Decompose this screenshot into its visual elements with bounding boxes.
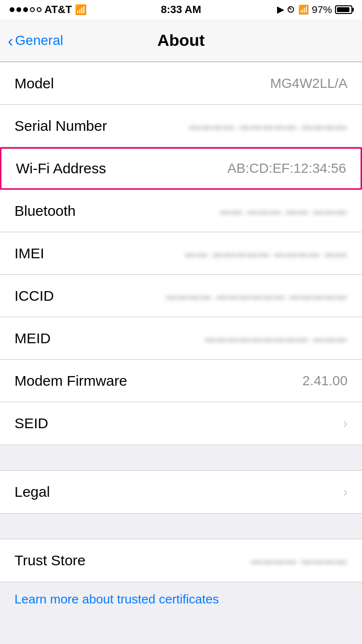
signal-dots (10, 7, 42, 12)
signal-dot-1 (10, 7, 14, 12)
model-label: Model (14, 75, 54, 92)
about-table: Model MG4W2LL/A Serial Number ▬▬▬▬ ▬▬▬▬▬… (0, 62, 362, 445)
trust-store-group: Trust Store ▬▬▬▬ ▬▬▬▬ (0, 539, 362, 582)
trust-store-label: Trust Store (14, 552, 85, 569)
page-title: About (157, 31, 205, 50)
bluetooth-status-icon: 📶 (298, 4, 309, 15)
back-chevron-icon: ‹ (8, 32, 13, 49)
serial-number-label: Serial Number (14, 118, 107, 134)
trust-store-value: ▬▬▬▬ ▬▬▬▬ (251, 554, 348, 567)
seid-chevron-icon: › (343, 416, 348, 431)
bluetooth-row: Bluetooth ▬▬ ▬▬▬ ▬▬ ▬▬▬ (0, 190, 362, 232)
battery-icon (335, 5, 352, 14)
signal-dot-4 (30, 7, 35, 12)
battery-fill (337, 7, 349, 12)
meid-value: ▬▬▬▬▬▬▬▬▬ ▬▬▬ (205, 332, 348, 345)
meid-row: MEID ▬▬▬▬▬▬▬▬▬ ▬▬▬ (0, 317, 362, 360)
footer-section: Learn more about trusted certificates (0, 582, 362, 616)
wifi-address-value: AB:CD:EF:12:34:56 (227, 161, 346, 176)
legal-chevron-icon: › (343, 484, 348, 500)
imei-value: ▬▬ ▬▬▬▬▬ ▬▬▬▬ ▬▬ (185, 247, 348, 260)
carrier-label: AT&T (44, 3, 72, 16)
imei-label: IMEI (14, 245, 44, 262)
modem-firmware-row: Modem Firmware 2.41.00 (0, 360, 362, 402)
modem-firmware-label: Modem Firmware (14, 373, 127, 389)
wifi-status-icon: 📶 (75, 4, 87, 15)
location-icon: ▶ (277, 4, 284, 15)
serial-number-value: ▬▬▬▬ ▬▬▬▬▬ ▬▬▬▬ (189, 120, 348, 132)
modem-firmware-value: 2.41.00 (303, 373, 348, 389)
legal-label: Legal (14, 484, 50, 500)
seid-label: SEID (14, 415, 48, 432)
alarm-icon: ⏲ (287, 5, 295, 15)
trusted-certs-link[interactable]: Learn more about trusted certificates (14, 592, 219, 606)
legal-row[interactable]: Legal › (0, 471, 362, 513)
signal-dot-3 (23, 7, 28, 12)
wifi-address-row: Wi-Fi Address AB:CD:EF:12:34:56 (0, 147, 362, 190)
iccid-row: ICCID ▬▬▬▬ ▬▬▬▬▬▬ ▬▬▬▬▬ (0, 275, 362, 317)
status-time: 8:33 AM (161, 3, 201, 16)
signal-dot-5 (37, 7, 42, 12)
spacer-1 (0, 445, 362, 470)
bluetooth-label: Bluetooth (14, 203, 76, 219)
model-value: MG4W2LL/A (270, 76, 348, 91)
iccid-label: ICCID (14, 288, 54, 304)
status-right: ▶ ⏲ 📶 97% (277, 4, 352, 15)
legal-group: Legal › (0, 470, 362, 514)
nav-bar: ‹ General About (0, 19, 362, 62)
main-group: Model MG4W2LL/A Serial Number ▬▬▬▬ ▬▬▬▬▬… (0, 62, 362, 445)
seid-row[interactable]: SEID › (0, 402, 362, 445)
meid-label: MEID (14, 330, 51, 347)
battery-percent: 97% (312, 4, 332, 15)
spacer-2 (0, 514, 362, 539)
bluetooth-value: ▬▬ ▬▬▬ ▬▬ ▬▬▬ (220, 205, 348, 217)
wifi-address-label: Wi-Fi Address (16, 160, 106, 177)
serial-number-row: Serial Number ▬▬▬▬ ▬▬▬▬▬ ▬▬▬▬ (0, 105, 362, 147)
imei-row: IMEI ▬▬ ▬▬▬▬▬ ▬▬▬▬ ▬▬ (0, 232, 362, 275)
iccid-value: ▬▬▬▬ ▬▬▬▬▬▬ ▬▬▬▬▬ (166, 290, 348, 302)
status-left: AT&T 📶 (10, 3, 87, 16)
model-row: Model MG4W2LL/A (0, 62, 362, 105)
back-button-label: General (15, 33, 63, 48)
status-bar: AT&T 📶 8:33 AM ▶ ⏲ 📶 97% (0, 0, 362, 19)
signal-dot-2 (16, 7, 21, 12)
trust-store-row: Trust Store ▬▬▬▬ ▬▬▬▬ (0, 539, 362, 582)
back-button[interactable]: ‹ General (8, 32, 63, 49)
